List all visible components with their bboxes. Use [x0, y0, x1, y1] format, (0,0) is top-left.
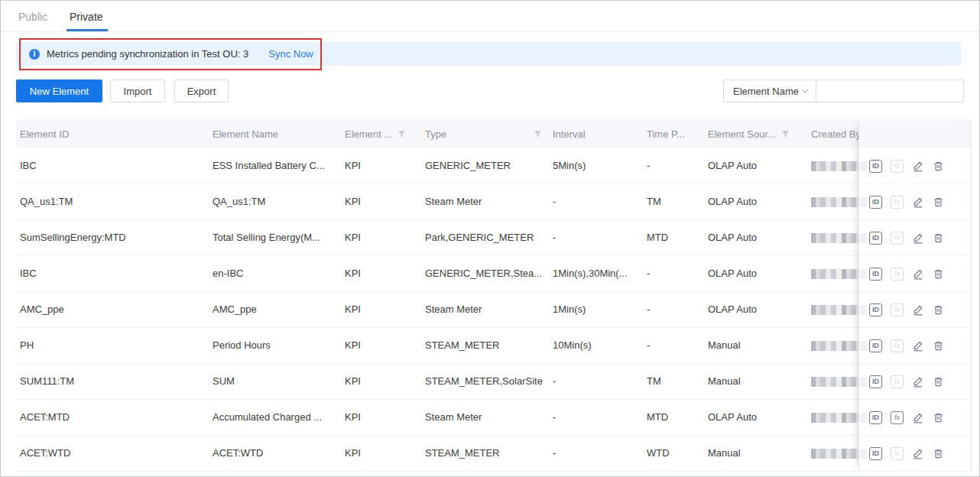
fx-formula-icon[interactable]: fx: [891, 160, 904, 173]
cell-element-id: QA_us1:TM: [20, 184, 213, 219]
cell-element-id: IBC: [20, 148, 213, 183]
row-actions: ID fx: [858, 292, 971, 328]
fx-formula-icon[interactable]: fx: [891, 411, 904, 424]
tab-public[interactable]: Public: [18, 1, 47, 31]
cell-element-source: OLAP Auto: [708, 148, 811, 183]
cell-element-type: KPI: [345, 364, 425, 399]
id-badge-icon[interactable]: ID: [869, 232, 882, 245]
id-badge-icon[interactable]: ID: [869, 411, 882, 424]
sync-now-link[interactable]: Sync Now: [268, 48, 313, 60]
row-actions: ID fx: [858, 436, 971, 472]
column-header-interval: Interval: [553, 119, 647, 148]
fx-formula-icon[interactable]: fx: [891, 447, 904, 460]
sync-banner: i Metrics pending synchronization in Tes…: [16, 42, 961, 66]
cell-interval: -: [553, 184, 647, 219]
import-button[interactable]: Import: [110, 80, 165, 102]
fx-formula-icon[interactable]: fx: [891, 339, 904, 352]
edit-pencil-icon[interactable]: [912, 160, 924, 172]
cell-interval: -: [553, 436, 647, 471]
filter-icon[interactable]: [398, 130, 406, 138]
cell-type: GENERIC_METER: [425, 148, 553, 183]
cell-element-id: SumSellingEnergy:MTD: [20, 220, 213, 255]
cell-time-pattern: -: [647, 328, 708, 363]
column-label: Time P...: [647, 128, 685, 140]
edit-pencil-icon[interactable]: [912, 268, 924, 280]
column-label: Created By: [811, 128, 861, 140]
cell-interval: 1Min(s),30Min(...: [553, 256, 647, 291]
filter-icon[interactable]: [534, 130, 542, 138]
cell-element-source: OLAP Auto: [708, 184, 811, 219]
delete-trash-icon[interactable]: [933, 376, 944, 388]
delete-trash-icon[interactable]: [933, 448, 944, 459]
cell-element-type: KPI: [345, 184, 425, 219]
delete-trash-icon[interactable]: [933, 340, 944, 352]
cell-element-source: OLAP Auto: [708, 220, 811, 255]
info-icon: i: [29, 49, 40, 60]
cell-type: STEAM_METER: [425, 328, 553, 363]
fx-formula-icon[interactable]: fx: [891, 196, 904, 209]
cell-time-pattern: TM: [647, 364, 708, 399]
tab-private[interactable]: Private: [70, 1, 103, 31]
id-badge-icon[interactable]: ID: [869, 339, 882, 352]
delete-trash-icon[interactable]: [933, 412, 944, 423]
search-field-selector[interactable]: Element Name: [723, 80, 816, 102]
cell-element-id: IBC: [20, 256, 213, 291]
edit-pencil-icon[interactable]: [912, 375, 924, 388]
delete-trash-icon[interactable]: [933, 268, 944, 280]
cell-element-name: Total Selling Energy(M...: [213, 220, 345, 255]
cell-element-source: OLAP Auto: [708, 292, 811, 327]
cell-type: Steam Meter: [425, 400, 553, 435]
table-row: ACET:WTD ACET:WTD KPI STEAM_METER - WTD …: [16, 436, 972, 472]
new-element-button[interactable]: New Element: [16, 80, 102, 102]
edit-pencil-icon[interactable]: [912, 196, 924, 208]
cell-element-type: KPI: [345, 328, 425, 363]
row-actions: ID fx: [858, 220, 971, 256]
search-input[interactable]: [816, 80, 964, 102]
id-badge-icon[interactable]: ID: [869, 375, 882, 388]
fx-formula-icon[interactable]: fx: [891, 268, 904, 281]
fx-formula-icon[interactable]: fx: [891, 232, 904, 245]
cell-element-type: KPI: [345, 292, 425, 327]
delete-trash-icon[interactable]: [933, 232, 944, 244]
id-badge-icon[interactable]: ID: [869, 160, 882, 173]
fx-formula-icon[interactable]: fx: [891, 303, 904, 316]
fx-formula-icon[interactable]: fx: [891, 375, 904, 388]
cell-element-source: OLAP Auto: [708, 256, 811, 291]
export-button[interactable]: Export: [174, 80, 229, 102]
id-badge-icon[interactable]: ID: [869, 196, 882, 209]
cell-element-type: KPI: [345, 436, 425, 471]
cell-time-pattern: -: [647, 292, 708, 327]
filter-icon[interactable]: [781, 130, 790, 138]
cell-interval: -: [553, 220, 647, 255]
id-badge-icon[interactable]: ID: [869, 268, 882, 281]
cell-type: Steam Meter: [425, 184, 553, 219]
cell-element-type: KPI: [345, 148, 425, 183]
id-badge-icon[interactable]: ID: [869, 303, 882, 316]
delete-trash-icon[interactable]: [933, 304, 944, 316]
column-header-element-type: Element ...: [345, 119, 425, 148]
id-badge-icon[interactable]: ID: [869, 447, 882, 460]
cell-type: GENERIC_METER,Stea...: [425, 256, 553, 291]
edit-pencil-icon[interactable]: [912, 411, 924, 423]
cell-element-id: ACET:WTD: [20, 436, 213, 471]
column-label: Interval: [553, 128, 586, 140]
edit-pencil-icon[interactable]: [912, 232, 924, 244]
edit-pencil-icon[interactable]: [912, 447, 924, 459]
delete-trash-icon[interactable]: [933, 161, 944, 172]
column-header-type: Type: [425, 119, 553, 148]
table-header: Element ID Element Name Element ... Type…: [16, 119, 972, 148]
metrics-element-page: Public Private i Metrics pending synchro…: [0, 0, 980, 477]
cell-interval: 10Min(s): [553, 328, 647, 363]
cell-time-pattern: -: [647, 148, 708, 183]
cell-time-pattern: -: [647, 256, 708, 291]
table-row: PH Period Hours KPI STEAM_METER 10Min(s)…: [16, 328, 972, 364]
cell-element-name: en-IBC: [213, 256, 345, 291]
cell-interval: 1Min(s): [553, 292, 647, 327]
delete-trash-icon[interactable]: [933, 196, 944, 208]
cell-interval: -: [553, 400, 647, 435]
edit-pencil-icon[interactable]: [912, 303, 924, 316]
chevron-down-icon: [801, 89, 809, 93]
cell-element-id: AMC_ppe: [20, 292, 213, 327]
edit-pencil-icon[interactable]: [912, 339, 924, 352]
cell-type: STEAM_METER,SolarSite: [425, 364, 553, 399]
